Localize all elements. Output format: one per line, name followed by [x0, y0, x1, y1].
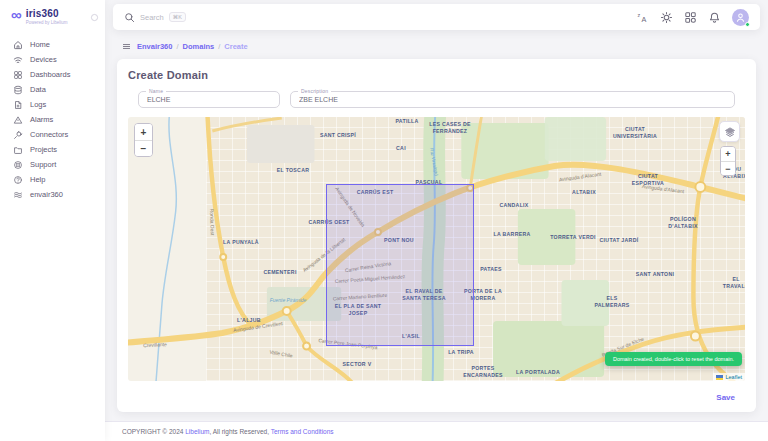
sidebar-item-label: envair360: [30, 190, 63, 199]
sidebar-item[interactable]: Data: [0, 82, 105, 97]
sidebar-item[interactable]: Help: [0, 172, 105, 187]
sidebar-item[interactable]: Projects: [0, 142, 105, 157]
sidebar-item-label: Support: [30, 160, 56, 169]
map-place-label: SANT ANTONI: [636, 271, 674, 278]
map-place-label: Fuente Pirámide: [270, 297, 307, 304]
sidebar-collapse-icon[interactable]: [90, 13, 99, 22]
map-place-label: PATAES: [480, 266, 502, 273]
map-place-label: Riu Vinalopó: [428, 147, 440, 176]
domain-form: Name Description: [128, 91, 745, 108]
copyright-text: COPYRIGHT © 2024: [122, 428, 185, 435]
main-area: Search ⌘K zA: [105, 0, 768, 441]
sidebar-item[interactable]: Devices: [0, 52, 105, 67]
map-place-label: TORRETA VERDI: [550, 234, 596, 241]
save-button[interactable]: Save: [712, 391, 739, 404]
map-place-label: Ronda Oest: [208, 209, 216, 236]
sidebar-item[interactable]: Alarms: [0, 112, 105, 127]
description-field[interactable]: [299, 96, 726, 103]
map-place-label: PATILLA: [395, 118, 418, 125]
database-icon: [13, 85, 23, 95]
map-place-label: Valle Chile: [269, 349, 293, 360]
top-navbar: Search ⌘K zA: [113, 4, 760, 30]
zoom-out-button[interactable]: −: [135, 140, 152, 156]
sidebar-item[interactable]: envair360: [0, 187, 105, 202]
warning-icon: [13, 115, 23, 125]
lifebuoy-icon: [13, 160, 23, 170]
breadcrumb-item[interactable]: Envair360: [137, 42, 172, 51]
user-avatar[interactable]: [732, 9, 749, 26]
sidebar-item-label: Devices: [30, 55, 57, 64]
file-icon: [13, 100, 23, 110]
apps-icon[interactable]: [684, 11, 697, 24]
map-place-label: CIUTAT JARDÍ: [600, 237, 639, 244]
breadcrumb-item[interactable]: Create: [224, 42, 247, 51]
sidebar-item[interactable]: Support: [0, 157, 105, 172]
map-place-label: POLÍGON D'ALTABIX: [668, 216, 697, 230]
svg-text:A: A: [641, 14, 646, 23]
bell-icon[interactable]: [708, 11, 721, 24]
libelium-link[interactable]: Libelium: [185, 428, 209, 435]
map-place-label: CAI: [396, 145, 406, 152]
map-place-label: CANDALIX: [499, 202, 528, 209]
ukraine-flag-icon: [716, 375, 723, 380]
sidebar-item[interactable]: Connectors: [0, 127, 105, 142]
zoom-out-button[interactable]: −: [721, 161, 735, 175]
sidebar-item-label: Dashboards: [30, 70, 70, 79]
map-place-label: CIUTAT UNIVERSITÀRIA: [613, 126, 657, 140]
infinity-logo-icon: ∞: [11, 9, 22, 21]
map-place-label: SANT CRISPÍ: [320, 132, 356, 139]
create-domain-card: Create Domain Name Description: [117, 59, 756, 412]
map-place-label: LA PORTALADA: [516, 369, 560, 376]
breadcrumb-item[interactable]: Domains: [183, 42, 215, 51]
online-status-dot: [745, 22, 750, 27]
dashboard-icon: [13, 70, 23, 80]
map-place-label: EL TRAVALÓ: [723, 276, 745, 290]
sidebar-item-label: Home: [30, 40, 50, 49]
sidebar-item-label: Logs: [30, 100, 46, 109]
breadcrumb-menu-icon[interactable]: [122, 42, 131, 51]
sidebar-nav: Home Devices Dashboards Data: [0, 37, 105, 202]
domain-selection-rectangle[interactable]: [326, 184, 474, 346]
svg-text:z: z: [637, 11, 640, 17]
map-place-label: LA TRIPA: [448, 349, 474, 356]
sidebar-item-label: Help: [30, 175, 45, 184]
field-label: Name: [146, 88, 166, 94]
waves-icon: [13, 190, 23, 200]
field-label: Description: [298, 88, 331, 94]
sidebar-item[interactable]: Logs: [0, 97, 105, 112]
map-layers-button[interactable]: [719, 121, 740, 142]
layers-icon: [724, 126, 736, 138]
sidebar-item-label: Data: [30, 85, 46, 94]
search-placeholder: Search: [140, 13, 164, 22]
wifi-icon: [13, 55, 23, 65]
terms-link[interactable]: Terms and Conditions: [271, 428, 334, 435]
zoom-in-button[interactable]: +: [135, 124, 152, 140]
sidebar-item-label: Connectors: [30, 130, 68, 139]
help-icon: [13, 175, 23, 185]
success-toast: Domain created, double-click to reset th…: [605, 352, 742, 366]
map-place-label: EL TOSCAR: [277, 167, 310, 174]
map-place-label: ALTABIX: [572, 189, 596, 196]
brand-tagline: Powered by Libelium: [26, 20, 68, 25]
name-field[interactable]: [147, 96, 271, 103]
zoom-in-button[interactable]: +: [721, 147, 735, 161]
map-place-label: LES CASES DE FERRÀNDEZ: [429, 121, 471, 135]
navbar-actions: zA: [636, 11, 721, 24]
language-icon[interactable]: zA: [636, 11, 649, 24]
search-icon: [124, 12, 135, 23]
footer: COPYRIGHT © 2024 Libelium, All rights Re…: [105, 421, 768, 441]
map-canvas[interactable]: SANT CRISPÍ PATILLA LES CASES DE FERRÀND…: [128, 117, 745, 381]
plug-icon: [13, 130, 23, 140]
leaflet-link[interactable]: Leaflet: [725, 374, 742, 380]
sidebar-item[interactable]: Dashboards: [0, 67, 105, 82]
theme-icon[interactable]: [660, 11, 673, 24]
map-place-label: ELS PALMERARS: [594, 295, 629, 309]
folder-icon: [13, 145, 23, 155]
map-place-label: CIUTAT ESPORTIVA: [632, 173, 664, 187]
sidebar-item[interactable]: Home: [0, 37, 105, 52]
rights-text: , All rights Reserved,: [209, 428, 270, 435]
map-place-label: L'ALJUB: [237, 317, 261, 324]
map-place-label: PORTES ENCARNADES: [463, 365, 503, 379]
search-bar[interactable]: Search ⌘K: [124, 12, 636, 23]
page-title: Create Domain: [128, 69, 745, 81]
